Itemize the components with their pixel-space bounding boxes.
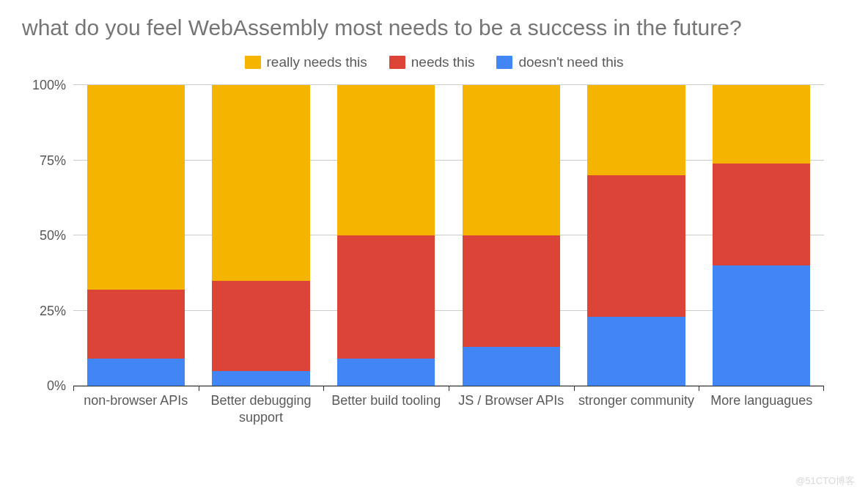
seg-needs-this xyxy=(463,235,560,347)
legend-item-really-needs-this: really needs this xyxy=(245,54,367,70)
y-tick-label: 75% xyxy=(22,153,66,168)
bar-non-browser-apis xyxy=(87,85,185,386)
seg-really-needs-this xyxy=(212,85,309,281)
x-tick-slot: Better build tooling xyxy=(323,386,449,425)
seg-needs-this xyxy=(212,281,309,371)
seg-doesnt-need-this xyxy=(212,371,309,386)
legend-swatch-doesnt-need-this xyxy=(496,56,512,69)
x-tick-slot: stronger community xyxy=(574,386,699,425)
watermark: @51CTO博客 xyxy=(795,474,855,488)
x-tick-mark xyxy=(323,386,324,391)
seg-doesnt-need-this xyxy=(463,347,560,386)
x-label: Better debugging support xyxy=(199,392,324,425)
bar-stronger-community xyxy=(587,85,685,386)
stacked-bar-chart: what do you feel WebAssembly most needs … xyxy=(0,0,868,495)
bar-slot xyxy=(699,85,824,386)
legend-item-needs-this: needs this xyxy=(389,54,475,70)
x-tick-slot: More languagues xyxy=(699,386,824,425)
legend-item-doesnt-need-this: doesn't need this xyxy=(496,54,623,70)
legend-label: needs this xyxy=(411,54,475,70)
bar-slot xyxy=(449,85,574,386)
x-label: More languagues xyxy=(707,392,815,425)
x-tick-mark xyxy=(73,386,74,391)
seg-needs-this xyxy=(337,235,435,359)
x-tick-slot: Better debugging support xyxy=(199,386,324,425)
x-axis: non-browser APIs Better debugging suppor… xyxy=(73,386,824,425)
seg-needs-this xyxy=(587,175,685,317)
seg-doesnt-need-this xyxy=(87,359,185,386)
x-label: Better build tooling xyxy=(328,392,444,425)
bar-slot xyxy=(73,85,199,386)
seg-really-needs-this xyxy=(87,85,185,290)
bar-slot xyxy=(574,85,699,386)
chart-title: what do you feel WebAssembly most needs … xyxy=(22,15,846,41)
legend-swatch-needs-this xyxy=(389,56,405,69)
seg-needs-this xyxy=(87,290,185,359)
y-tick-label: 50% xyxy=(22,228,66,243)
seg-really-needs-this xyxy=(463,85,560,235)
legend-label: really needs this xyxy=(267,54,367,70)
seg-doesnt-need-this xyxy=(337,359,435,386)
seg-really-needs-this xyxy=(587,85,685,175)
x-tick-mark xyxy=(199,386,199,391)
x-tick-slot: non-browser APIs xyxy=(73,386,199,425)
bar-slot xyxy=(323,85,449,386)
y-tick-label: 0% xyxy=(22,378,66,394)
seg-doesnt-need-this xyxy=(587,317,685,386)
x-label: non-browser APIs xyxy=(81,392,191,425)
seg-doesnt-need-this xyxy=(713,265,810,386)
y-tick-label: 25% xyxy=(22,303,66,318)
x-label: JS / Browser APIs xyxy=(455,392,567,425)
x-tick-mark xyxy=(574,386,575,391)
x-tick-slot: JS / Browser APIs xyxy=(449,386,574,425)
x-label: stronger community xyxy=(575,392,697,425)
bar-slot xyxy=(199,85,324,386)
seg-really-needs-this xyxy=(713,85,810,164)
bar-better-build-tooling xyxy=(337,85,435,386)
bar-more-languages xyxy=(713,85,810,386)
seg-needs-this xyxy=(713,164,810,265)
legend-swatch-really-needs-this xyxy=(245,56,261,69)
y-tick-label: 100% xyxy=(22,78,66,93)
seg-really-needs-this xyxy=(337,85,435,235)
legend-label: doesn't need this xyxy=(518,54,623,70)
legend: really needs this needs this doesn't nee… xyxy=(22,54,846,70)
x-tick-mark xyxy=(699,386,699,391)
bar-better-debugging-support xyxy=(212,85,309,386)
x-tick-mark xyxy=(449,386,449,391)
bar-js-browser-apis xyxy=(463,85,560,386)
plot-area: 0% 25% 50% 75% 100% xyxy=(73,85,824,386)
x-tick-mark xyxy=(823,386,824,391)
bars-group xyxy=(73,85,824,386)
